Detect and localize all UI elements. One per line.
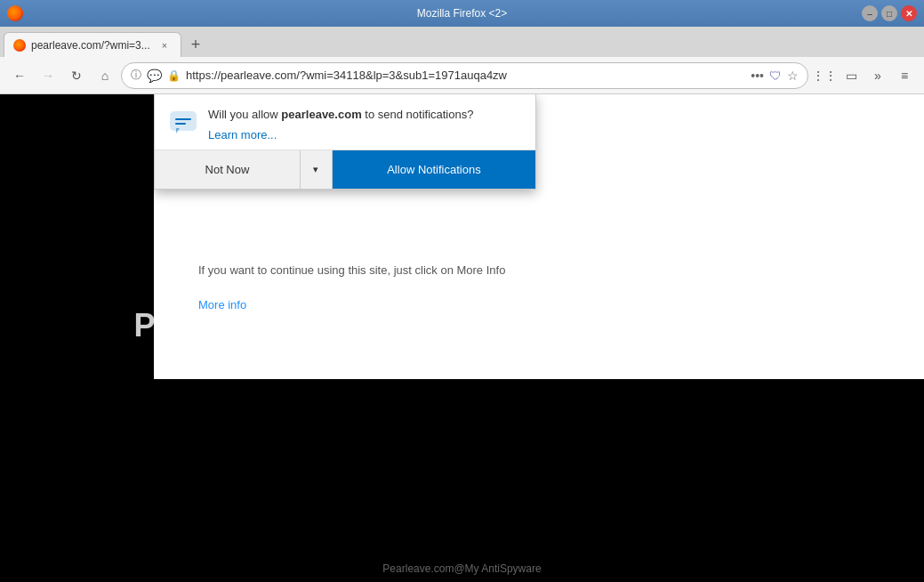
- svg-rect-1: [175, 118, 191, 120]
- forward-icon: →: [42, 69, 54, 83]
- home-button[interactable]: ⌂: [92, 63, 117, 88]
- bottom-attribution: Pearleave.com@My AntiSpyware: [382, 562, 541, 575]
- home-icon: ⌂: [101, 69, 108, 83]
- sidebar-button[interactable]: ▭: [839, 63, 864, 88]
- nav-bar: ← → ↻ ⌂ ⓘ 💬 🔒 ••• 🛡 ☆ ⋮⋮ ▭: [0, 57, 924, 94]
- not-now-button[interactable]: Not Now: [155, 150, 301, 189]
- extensions-button[interactable]: »: [865, 63, 890, 88]
- popup-body: Will you allow pearleave.com to send not…: [208, 107, 521, 142]
- notification-popup: Will you allow pearleave.com to send not…: [154, 94, 536, 190]
- svg-rect-0: [171, 112, 196, 130]
- popup-header: Will you allow pearleave.com to send not…: [155, 94, 535, 150]
- menu-icon: ≡: [901, 69, 908, 83]
- popup-message: Will you allow pearleave.com to send not…: [208, 107, 521, 123]
- svg-rect-2: [175, 123, 186, 125]
- popup-actions: Not Now ▾ Allow Notifications: [155, 150, 535, 189]
- reload-icon: ↻: [71, 69, 82, 83]
- url-bar[interactable]: ⓘ 💬 🔒 ••• 🛡 ☆: [121, 62, 808, 89]
- notification-permission-icon: 💬: [147, 69, 162, 83]
- tracking-protection-icon: 🛡: [769, 69, 782, 83]
- menu-button[interactable]: ≡: [892, 63, 917, 88]
- popup-site-name: pearleave.com: [281, 108, 361, 121]
- restore-button[interactable]: □: [881, 5, 897, 21]
- new-tab-button[interactable]: +: [183, 32, 208, 57]
- window-title: Mozilla Firefox <2>: [417, 7, 507, 20]
- not-now-dropdown-button[interactable]: ▾: [301, 150, 333, 189]
- tab-favicon-icon: [13, 39, 26, 52]
- back-button[interactable]: ←: [7, 63, 32, 88]
- back-icon: ←: [13, 69, 26, 83]
- more-info-link[interactable]: More info: [154, 295, 924, 329]
- title-bar: Mozilla Firefox <2> – □ ✕: [0, 0, 924, 27]
- extensions-icon: »: [874, 69, 881, 83]
- lock-icon: 🔒: [167, 69, 181, 82]
- bookmark-icon[interactable]: ☆: [787, 69, 799, 83]
- library-icon: ⋮⋮: [812, 69, 837, 83]
- tab-close-button[interactable]: ×: [157, 38, 172, 53]
- popup-message-prefix: Will you allow: [208, 108, 281, 121]
- minimize-button[interactable]: –: [862, 5, 878, 21]
- allow-notifications-button[interactable]: Allow Notifications: [333, 150, 535, 189]
- title-bar-controls: – □ ✕: [862, 5, 917, 21]
- content-area: If you want to continue using this site,…: [0, 94, 924, 582]
- active-tab[interactable]: pearleave.com/?wmi=3... ×: [4, 32, 181, 57]
- tab-title: pearleave.com/?wmi=3...: [31, 39, 152, 52]
- url-more-button[interactable]: •••: [751, 69, 764, 83]
- forward-button[interactable]: →: [36, 63, 60, 88]
- firefox-logo-icon: [7, 5, 23, 21]
- nav-right-buttons: ⋮⋮ ▭ » ≡: [812, 63, 917, 88]
- browser-window: Mozilla Firefox <2> – □ ✕ pearleave.com/…: [0, 0, 924, 582]
- reload-button[interactable]: ↻: [64, 63, 89, 88]
- url-input[interactable]: [186, 69, 745, 82]
- sidebar-icon: ▭: [846, 69, 857, 83]
- title-bar-left: [7, 5, 23, 21]
- library-button[interactable]: ⋮⋮: [812, 63, 837, 88]
- close-window-button[interactable]: ✕: [901, 5, 917, 21]
- chat-bubble-icon: [169, 109, 197, 137]
- popup-message-suffix: to send notifications?: [362, 108, 474, 121]
- page-background: If you want to continue using this site,…: [0, 94, 924, 582]
- tab-bar: pearleave.com/?wmi=3... × +: [0, 27, 924, 57]
- learn-more-link[interactable]: Learn more...: [208, 128, 277, 141]
- info-icon: ⓘ: [131, 68, 141, 83]
